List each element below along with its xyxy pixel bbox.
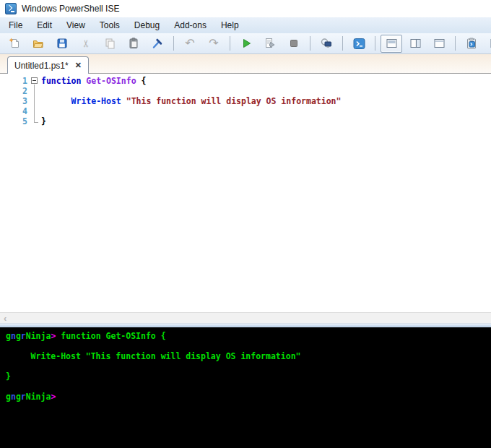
editor-line[interactable]: 2 — [0, 86, 491, 96]
save-icon — [56, 38, 68, 49]
window-title: Windows PowerShell ISE — [22, 4, 119, 14]
menu-debug[interactable]: Debug — [127, 18, 167, 33]
run-selection-button[interactable] — [259, 35, 281, 53]
tab-strip: Untitled1.ps1* ✕ — [0, 54, 491, 74]
new-script-button[interactable] — [4, 35, 25, 53]
menu-addons[interactable]: Add-ons — [167, 18, 214, 33]
paste-button[interactable] — [123, 35, 144, 53]
undo-icon: ↶ — [185, 38, 194, 49]
toolbar-separator — [375, 36, 375, 51]
save-button[interactable] — [51, 35, 73, 53]
code-line: function Get-OSInfo { — [41, 76, 146, 86]
line-number: 5 — [0, 116, 27, 126]
toolbar: ✂ ↶ ↷ — [0, 33, 491, 54]
toolbar-separator — [342, 36, 343, 51]
new-script-icon — [9, 38, 20, 49]
squeegee-icon — [152, 38, 163, 49]
tab-close-icon[interactable]: ✕ — [75, 61, 82, 69]
console-line — [6, 382, 491, 392]
console-line: Write-Host "This function will display O… — [6, 351, 491, 361]
remote-computer-icon — [321, 38, 332, 49]
console-line — [6, 361, 491, 371]
pane-right-icon — [409, 38, 422, 49]
start-powershell-button[interactable] — [348, 35, 370, 53]
menu-bar: File Edit View Tools Debug Add-ons Help — [0, 17, 491, 33]
tab-untitled1[interactable]: Untitled1.ps1* ✕ — [7, 56, 89, 74]
code-line: Write-Host "This function will display O… — [41, 96, 341, 106]
menu-file[interactable]: File — [1, 18, 30, 33]
window-powershell-button[interactable] — [485, 35, 491, 53]
clipboard-powershell-icon — [466, 38, 478, 50]
pane-top-icon — [386, 38, 398, 49]
stop-button[interactable] — [283, 35, 305, 53]
stop-icon — [288, 38, 300, 49]
script-pane-right-button[interactable] — [404, 35, 426, 53]
clipboard-powershell-button[interactable] — [461, 35, 482, 53]
fold-guide-line — [27, 86, 41, 96]
console-line — [6, 341, 491, 351]
tab-label: Untitled1.ps1* — [14, 61, 69, 71]
prompt: g — [6, 392, 11, 402]
run-selection-icon — [264, 38, 276, 49]
undo-button[interactable]: ↶ — [179, 35, 201, 53]
run-icon — [240, 38, 252, 49]
cut-button[interactable]: ✂ — [75, 35, 97, 53]
prompt: g — [6, 331, 11, 341]
copy-button[interactable] — [99, 35, 121, 53]
powershell-ise-window: Windows PowerShell ISE File Edit View To… — [0, 0, 491, 448]
open-folder-icon — [32, 38, 44, 49]
script-pane-top-button[interactable] — [381, 35, 402, 53]
editor-line[interactable]: 3 Write-Host "This function will display… — [0, 96, 491, 106]
fold-guide-line — [27, 96, 41, 106]
fold-toggle-icon[interactable] — [27, 76, 41, 86]
scissors-icon: ✂ — [80, 39, 92, 48]
console-line: gngrNinja> function Get-OSInfo { — [6, 331, 491, 341]
script-pane-maximized-button[interactable] — [428, 35, 450, 53]
editor-line[interactable]: 4 — [0, 106, 491, 116]
menu-edit[interactable]: Edit — [30, 18, 59, 33]
code-line: } — [41, 116, 46, 126]
clipboard-icon — [128, 38, 139, 49]
line-number: 1 — [0, 76, 27, 86]
console-line: } — [6, 371, 491, 382]
scroll-left-icon[interactable]: ‹ — [4, 314, 6, 323]
editor-horizontal-scrollbar[interactable]: ‹ — [0, 312, 491, 323]
toolbar-separator — [230, 36, 230, 51]
editor-line[interactable]: 5 } — [0, 116, 491, 126]
redo-icon: ↷ — [209, 38, 218, 49]
pane-maximized-icon — [433, 38, 446, 49]
menu-help[interactable]: Help — [214, 18, 246, 33]
console-pane[interactable]: gngrNinja> function Get-OSInfo { Write-H… — [0, 327, 491, 448]
clear-console-button[interactable] — [147, 35, 168, 53]
fold-guide-end — [27, 116, 41, 126]
editor-line[interactable]: 1 function Get-OSInfo { — [0, 76, 491, 86]
new-remote-powershell-tab-button[interactable] — [316, 35, 337, 53]
redo-button[interactable]: ↷ — [203, 35, 225, 53]
line-number: 4 — [0, 106, 27, 116]
powershell-console-icon — [353, 38, 365, 50]
fold-guide-line — [27, 106, 41, 116]
menu-tools[interactable]: Tools — [92, 18, 127, 33]
toolbar-separator — [310, 36, 310, 51]
powershell-icon — [5, 3, 17, 14]
title-bar: Windows PowerShell ISE — [0, 0, 491, 17]
line-number: 2 — [0, 86, 27, 96]
toolbar-separator — [455, 36, 456, 51]
console-line: gngrNinja> — [6, 392, 491, 402]
line-number: 3 — [0, 96, 27, 106]
copy-icon — [104, 38, 116, 49]
run-script-button[interactable] — [235, 35, 257, 53]
open-script-button[interactable] — [27, 35, 49, 53]
toolbar-separator — [173, 36, 174, 51]
script-editor[interactable]: 1 function Get-OSInfo { 2 3 Write-Host "… — [0, 74, 491, 312]
menu-view[interactable]: View — [59, 18, 92, 33]
